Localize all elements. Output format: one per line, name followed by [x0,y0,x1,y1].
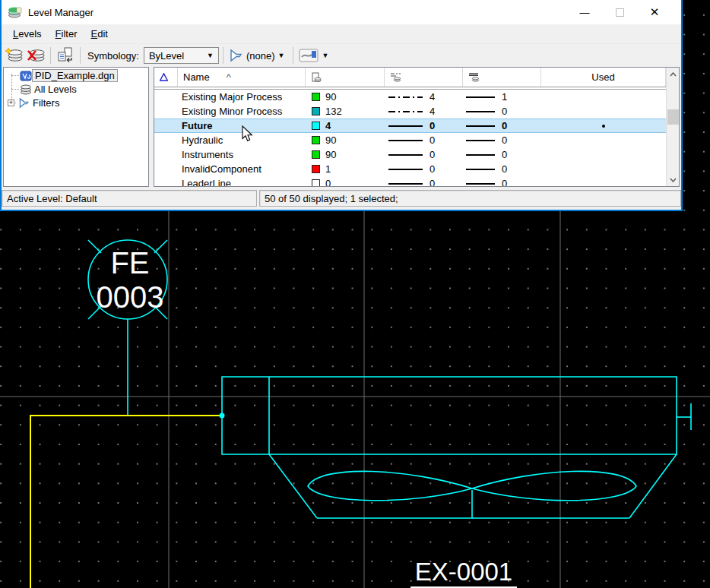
vessel-body [222,377,677,454]
table-row[interactable]: Instruments9000 [154,147,666,162]
used-cell [541,133,666,147]
level-tree-panel: PID_Example.dgn All Levels + Filters [3,67,149,187]
tree-item-all-levels[interactable]: All Levels [20,83,79,96]
menu-filter[interactable]: Filter [49,26,84,42]
level-manager-icon [8,6,22,18]
linestyle-value: 4 [429,91,435,103]
level-name: Existing Major Process [178,90,306,104]
chevron-up-icon [670,72,677,77]
column-header-used[interactable]: Used [541,68,666,87]
table-row[interactable]: Existing Major Process9041 [154,90,666,104]
lineweight-sample [466,96,495,98]
color-value: 1 [325,163,331,175]
modified-cell [154,104,178,119]
linestyle-cell: 4 [385,90,463,104]
scrollbar-thumb[interactable] [667,109,679,125]
symbology-combobox[interactable]: ByLevel ▼ [144,47,219,64]
linestyle-value: 0 [429,149,435,160]
import-levels-icon [56,47,74,64]
column-header-name[interactable]: Name ^ [178,68,306,87]
delete-level-button[interactable] [25,46,46,65]
connection-node [220,413,225,419]
column-header-color[interactable] [306,68,385,87]
title-bar[interactable]: Level Manager — ✕ [2,0,681,24]
linestyle-sample [388,140,423,141]
toolbar-separator [50,47,51,64]
tree-expander[interactable]: + [8,100,14,106]
linestyle-value: 4 [429,106,435,117]
menu-edit[interactable]: Edit [84,26,115,42]
menu-levels[interactable]: Levels [6,26,49,42]
filter-select-button[interactable]: (none) ▼ [227,46,290,65]
used-cell [541,147,666,162]
linestyle-sample [388,96,423,98]
table-header: Name ^ [154,68,666,87]
toolbar-separator [223,47,223,64]
impeller-right-lobe [472,471,636,500]
modified-cell [154,162,178,176]
color-column-icon [311,72,322,83]
table-row[interactable]: Hydraulic9000 [154,133,666,147]
lineweight-value: 1 [502,91,507,103]
used-cell [541,119,666,133]
scroll-up-button[interactable] [667,68,680,81]
lineweight-column-icon [468,72,480,83]
linestyle-cell: 0 [385,133,463,147]
level-name: InvalidComponent [178,162,306,176]
linestyle-sample [388,169,423,170]
linestyle-sample [388,154,423,156]
lineweight-value: 0 [502,163,507,175]
filter-funnel-icon [230,48,243,63]
dgn-file-icon [20,71,32,81]
column-header-linestyle[interactable] [385,68,463,87]
minimize-button[interactable]: — [567,0,602,24]
lineweight-cell: 0 [463,147,541,162]
modified-cell [154,133,178,147]
color-cell: 90 [306,147,385,162]
color-cell: 132 [306,104,385,119]
color-swatch [312,179,320,187]
color-swatch [312,165,320,173]
delta-icon [160,73,168,81]
new-level-button[interactable] [4,46,25,65]
linestyle-sample [388,111,423,112]
linestyle-cell: 0 [385,119,463,133]
color-cell: 4 [306,119,385,133]
table-row[interactable]: InvalidComponent100 [154,162,666,176]
menu-bar: Levels Filter Edit [2,24,681,44]
import-levels-button[interactable] [55,46,76,65]
color-cell: 90 [306,90,385,104]
delete-level-icon [27,48,45,63]
column-header-lineweight[interactable] [463,68,541,87]
maximize-button[interactable] [602,0,637,24]
level-table: Name ^ [154,67,680,187]
tree-item-dgn-file[interactable]: PID_Example.dgn [20,69,118,82]
lineweight-value: 0 [502,120,507,131]
new-level-icon [5,48,24,63]
table-row[interactable]: Future400 [154,119,666,133]
color-swatch [312,136,320,144]
column-header-modified[interactable] [154,68,178,87]
display-summary-status: 50 of 50 displayed; 1 selected; [259,190,681,207]
display-options-icon [299,48,319,63]
level-name: Instruments [178,147,306,162]
display-options-button[interactable]: ▼ [297,46,333,65]
lineweight-cell: 1 [463,90,541,104]
lineweight-cell: 0 [463,133,541,147]
color-cell: 90 [306,133,385,147]
tree-connector [11,89,19,90]
vertical-scrollbar[interactable] [666,68,679,186]
table-row[interactable]: LeaderLine000 [154,176,666,187]
lineweight-sample [466,125,495,127]
scroll-down-button[interactable] [667,173,680,186]
instrument-tag-line1: FE [100,248,160,278]
lineweight-cell: 0 [463,119,541,133]
filter-funnel-icon [19,97,30,109]
table-row[interactable]: Existing Minor Process13240 [154,104,666,119]
toolbar-separator [293,47,293,64]
close-button[interactable]: ✕ [637,0,672,24]
linestyle-cell: 0 [385,147,463,162]
level-name: LeaderLine [178,176,306,187]
level-manager-window: Level Manager — ✕ Levels Filter Edit [0,0,683,211]
tree-item-filters[interactable]: Filters [18,96,62,109]
